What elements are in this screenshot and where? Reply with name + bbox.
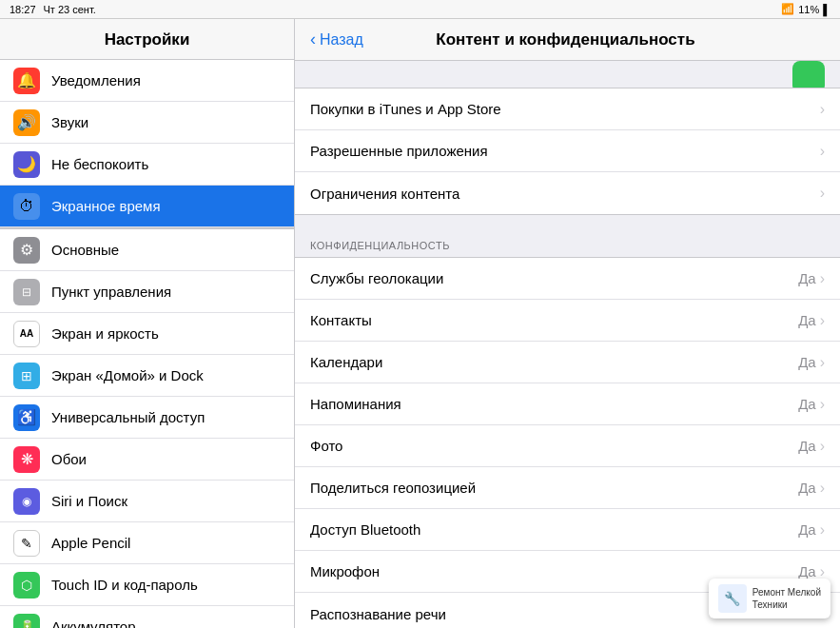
- privacy-section-group: Службы геолокации Да › Контакты Да › Кал…: [295, 257, 840, 628]
- privacy-section: КОНФИДЕНЦИАЛЬНОСТЬ Службы геолокации Да …: [295, 234, 840, 628]
- siri-icon: ◉: [13, 488, 40, 515]
- sidebar: Настройки 🔔 Уведомления 🔊 Звуки 🌙 Не бес…: [0, 19, 295, 628]
- applepencil-icon: ✎: [13, 530, 40, 557]
- calendars-value: Да: [798, 354, 816, 370]
- touchid-label: Touch ID и код-пароль: [51, 577, 198, 593]
- content-title: Контент и конфиденциальность: [363, 30, 768, 49]
- content-panel: ‹ Назад Контент и конфиденциальность Пок…: [295, 19, 840, 628]
- controlcenter-label: Пункт управления: [51, 284, 171, 300]
- notifications-label: Уведомления: [51, 72, 141, 88]
- sidebar-item-donotdisturb[interactable]: 🌙 Не беспокоить: [0, 144, 294, 186]
- contentrestrictions-chevron-icon: ›: [820, 185, 825, 202]
- wallpaper-icon: ❋: [13, 446, 40, 473]
- sidebar-item-screentime[interactable]: ⏱ Экранное время: [0, 186, 294, 227]
- sidebar-item-notifications[interactable]: 🔔 Уведомления: [0, 60, 294, 102]
- row-contacts[interactable]: Контакты Да ›: [295, 300, 840, 342]
- sidebar-item-touchid[interactable]: ⬡ Touch ID и код-пароль: [0, 564, 294, 606]
- sidebar-item-display[interactable]: AA Экран и яркость: [0, 313, 294, 355]
- battery-icon: ▌: [823, 4, 830, 15]
- accessibility-icon: ♿: [13, 404, 40, 431]
- applepencil-label: Apple Pencil: [51, 535, 130, 551]
- homescreen-icon: ⊞: [13, 363, 40, 389]
- sharelocation-label: Поделиться геопозицией: [310, 480, 476, 496]
- battery-label: 11%: [798, 4, 819, 15]
- sidebar-item-battery[interactable]: 🔋 Аккумулятор: [0, 606, 294, 628]
- donotdisturb-label: Не беспокоить: [51, 156, 148, 172]
- wifi-icon: 📶: [781, 3, 794, 15]
- general-label: Основные: [51, 242, 119, 258]
- sidebar-item-wallpaper[interactable]: ❋ Обои: [0, 439, 294, 481]
- photos-value: Да: [798, 438, 816, 454]
- wallpaper-label: Обои: [51, 451, 87, 467]
- display-label: Экран и яркость: [51, 325, 159, 342]
- row-contentrestrictions[interactable]: Ограничения контента ›: [295, 172, 840, 214]
- content-header: ‹ Назад Контент и конфиденциальность: [295, 19, 840, 61]
- reminders-value: Да: [798, 396, 816, 412]
- row-reminders[interactable]: Напоминания Да ›: [295, 383, 840, 425]
- sharelocation-value: Да: [798, 480, 816, 496]
- display-icon: AA: [13, 321, 40, 347]
- reminders-label: Напоминания: [310, 396, 401, 412]
- accessibility-label: Универсальный доступ: [51, 409, 205, 425]
- homescreen-label: Экран «Домой» и Dock: [51, 367, 204, 383]
- sidebar-item-sounds[interactable]: 🔊 Звуки: [0, 102, 294, 144]
- location-chevron-icon: ›: [820, 270, 825, 287]
- itunes-chevron-icon: ›: [820, 101, 825, 118]
- back-button[interactable]: ‹ Назад: [310, 31, 363, 49]
- screentime-label: Экранное время: [51, 198, 161, 214]
- general-icon: ⚙: [13, 237, 40, 264]
- ad-overlay[interactable]: 🔧 Ремонт МелкойТехники: [709, 579, 830, 618]
- sidebar-title: Настройки: [0, 19, 294, 60]
- ad-text: Ремонт МелкойТехники: [752, 586, 821, 611]
- sidebar-item-accessibility[interactable]: ♿ Универсальный доступ: [0, 397, 294, 439]
- screentime-icon: ⏱: [13, 193, 40, 220]
- contacts-label: Контакты: [310, 312, 372, 328]
- bluetooth-chevron-icon: ›: [820, 521, 825, 539]
- status-time: 18:27: [10, 4, 36, 15]
- speechrecognition-label: Распознавание речи: [310, 606, 446, 622]
- contentrestrictions-label: Ограничения контента: [310, 186, 459, 202]
- back-label: Назад: [320, 31, 363, 49]
- reminders-chevron-icon: ›: [820, 396, 825, 413]
- donotdisturb-icon: 🌙: [13, 151, 40, 178]
- privacy-section-header: КОНФИДЕНЦИАЛЬНОСТЬ: [295, 234, 840, 257]
- row-itunes[interactable]: Покупки в iTunes и App Store ›: [295, 88, 840, 130]
- itunes-label: Покупки в iTunes и App Store: [310, 101, 501, 117]
- row-calendars[interactable]: Календари Да ›: [295, 342, 840, 383]
- microphone-label: Микрофон: [310, 563, 380, 579]
- calendars-chevron-icon: ›: [820, 354, 825, 371]
- contacts-value: Да: [798, 312, 816, 328]
- back-chevron-icon: ‹: [310, 30, 316, 48]
- notifications-icon: 🔔: [13, 68, 40, 94]
- microphone-chevron-icon: ›: [820, 563, 825, 580]
- status-day: Чт 23 сент.: [44, 4, 96, 15]
- sounds-icon: 🔊: [13, 109, 40, 136]
- battery-label: Аккумулятор: [51, 618, 136, 628]
- sidebar-item-general[interactable]: ⚙ Основные: [0, 229, 294, 271]
- location-label: Службы геолокации: [310, 270, 443, 286]
- row-location[interactable]: Службы геолокации Да ›: [295, 258, 840, 300]
- battery-settings-icon: 🔋: [13, 614, 40, 629]
- sharelocation-chevron-icon: ›: [820, 480, 825, 497]
- location-value: Да: [798, 270, 816, 286]
- row-allowedapps[interactable]: Разрешенные приложения ›: [295, 130, 840, 172]
- sidebar-item-siri[interactable]: ◉ Siri и Поиск: [0, 481, 294, 522]
- sounds-label: Звуки: [51, 114, 88, 130]
- microphone-value: Да: [798, 563, 816, 579]
- row-sharelocation[interactable]: Поделиться геопозицией Да ›: [295, 467, 840, 509]
- photos-label: Фото: [310, 438, 342, 454]
- siri-label: Siri и Поиск: [51, 493, 127, 509]
- top-section-group: Покупки в iTunes и App Store › Разрешенн…: [295, 88, 840, 215]
- allowedapps-label: Разрешенные приложения: [310, 143, 488, 159]
- row-bluetooth[interactable]: Доступ Bluetooth Да ›: [295, 509, 840, 551]
- allowedapps-chevron-icon: ›: [820, 143, 825, 160]
- sidebar-item-applepencil[interactable]: ✎ Apple Pencil: [0, 522, 294, 564]
- bluetooth-label: Доступ Bluetooth: [310, 521, 420, 538]
- ad-logo: 🔧: [718, 584, 747, 613]
- sidebar-item-controlcenter[interactable]: ⊟ Пункт управления: [0, 271, 294, 313]
- bluetooth-value: Да: [798, 521, 816, 538]
- photos-chevron-icon: ›: [820, 438, 825, 455]
- sidebar-item-homescreen[interactable]: ⊞ Экран «Домой» и Dock: [0, 355, 294, 397]
- status-bar: 18:27 Чт 23 сент. 📶 11% ▌: [0, 0, 840, 19]
- row-photos[interactable]: Фото Да ›: [295, 425, 840, 467]
